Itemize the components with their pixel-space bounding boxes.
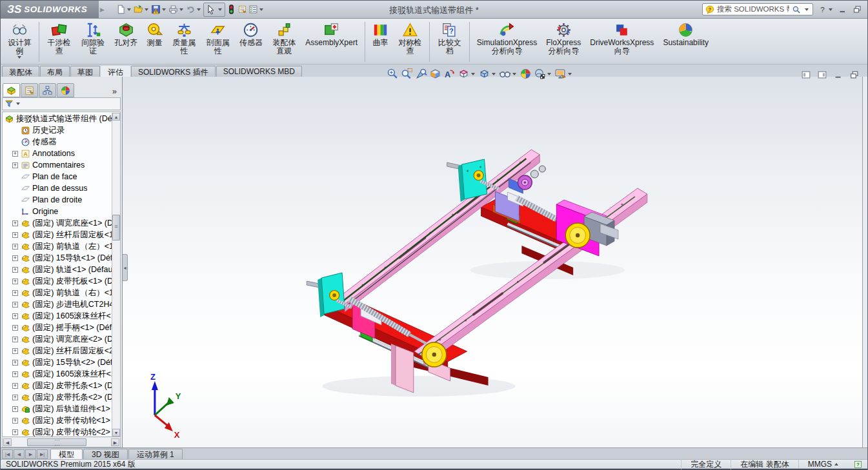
ribbon-button-floxpress[interactable]: FloXpress分析向导 (542, 20, 585, 61)
display-style-caret-icon[interactable] (492, 73, 496, 75)
ribbon-button-symmetry-check[interactable]: 对称检查 (394, 20, 426, 61)
expand-box-icon[interactable]: + (12, 348, 18, 354)
tree-item[interactable]: 历史记录 (3, 124, 112, 136)
pane-left-button[interactable] (801, 70, 811, 80)
window-restore-button[interactable] (853, 5, 862, 14)
graphics-viewport[interactable]: Z Y X (123, 77, 862, 447)
command-tab-1[interactable]: 装配体 (2, 66, 39, 77)
rebuild-button[interactable] (227, 5, 236, 14)
help-button[interactable]: ? (818, 5, 834, 14)
select-caret-icon[interactable] (218, 8, 222, 11)
task-pane-strip[interactable] (862, 77, 867, 447)
file-properties-button[interactable] (237, 5, 247, 14)
expand-box-icon[interactable]: + (12, 360, 18, 366)
tree-item[interactable]: +(固定) 后轨道组件<1> ( (3, 403, 112, 415)
display-style-button[interactable] (478, 68, 497, 80)
ribbon-button-design-study[interactable]: 设计算例 (3, 20, 35, 61)
view-settings-caret-icon[interactable] (568, 73, 572, 75)
panel-overflow-chevron[interactable]: » (112, 86, 120, 97)
edit-appearance-button[interactable] (520, 68, 532, 80)
zoom-to-selection-button[interactable] (415, 68, 427, 80)
expand-box-icon[interactable]: + (12, 325, 18, 331)
ribbon-button-sensor[interactable]: 传感器 (236, 20, 267, 61)
rotate-view-button[interactable]: A (443, 68, 456, 80)
tree-item[interactable]: +(固定) 摇手柄<1> (Défa (3, 322, 112, 333)
units-selector[interactable]: MMGS (798, 460, 847, 469)
save-button[interactable] (151, 5, 167, 14)
expand-box-icon[interactable]: + (12, 279, 18, 284)
doc-close-button[interactable] (865, 70, 868, 80)
window-minimize-button[interactable] (838, 5, 848, 14)
ribbon-button-simulationxpress[interactable]: SimulationXpress分析向导 (473, 20, 541, 61)
ribbon-button-hole-alignment[interactable]: 孔对齐 (110, 20, 141, 61)
scroll-left-arrow[interactable]: ◀ (3, 438, 12, 446)
undo-caret-icon[interactable] (197, 8, 201, 11)
expand-box-icon[interactable]: + (12, 220, 18, 226)
tree-item[interactable]: +(固定) 皮带托板<1> (Dé (3, 275, 112, 287)
ribbon-button-measure[interactable]: 测量 (143, 20, 167, 61)
expand-box-icon[interactable]: + (12, 302, 18, 308)
new-document-button[interactable] (116, 5, 132, 14)
nav-first-button[interactable]: |◀ (2, 449, 13, 459)
nav-prev-button[interactable]: ◀ (14, 449, 25, 459)
study-tab-2[interactable]: 3D 视图 (83, 449, 128, 459)
ribbon-button-caret-icon[interactable] (17, 56, 21, 59)
search-icon[interactable] (792, 5, 801, 14)
tree-item[interactable]: +(固定) 调宽底座<2> (Dé (3, 333, 112, 345)
zoom-to-area-button[interactable] (401, 68, 413, 80)
doc-minimize-button[interactable] (833, 70, 843, 80)
ribbon-button-assembly-visualization[interactable]: 装配体直观 (268, 20, 300, 61)
command-tab-4[interactable]: 评估 (101, 66, 130, 77)
tree-item[interactable]: +Commentaires (3, 159, 112, 171)
undo-button[interactable] (186, 5, 202, 14)
tree-item[interactable]: +(固定) 1605滚珠丝杆<2> (3, 368, 112, 380)
ribbon-button-interference-check[interactable]: 干涉检查 (43, 20, 75, 61)
tree-item[interactable]: Plan de dessus (3, 182, 112, 194)
scroll-down-arrow[interactable]: ▼ (112, 429, 120, 436)
command-tab-6[interactable]: SOLIDWORKS MBD (216, 66, 302, 77)
expand-box-icon[interactable]: + (12, 232, 18, 238)
command-tab-3[interactable]: 草图 (70, 66, 100, 77)
tree-item[interactable]: Origine (3, 206, 112, 217)
tree-item[interactable]: +(固定) 步进电机CT2H420 (3, 299, 112, 310)
pane-right-button[interactable] (817, 70, 827, 80)
doc-restore-button[interactable] (849, 70, 860, 80)
view-orientation-caret-icon[interactable] (471, 73, 475, 75)
tree-item[interactable]: +(固定) 丝杆后固定板<2> (3, 345, 112, 357)
ribbon-button-assemblyxpert[interactable]: AssemblyXpert (301, 20, 361, 61)
options-button[interactable] (248, 5, 265, 14)
study-tab-3[interactable]: 运动算例 1 (128, 449, 183, 459)
search-input[interactable]: 搜索 SOLIDWORKS 帮助 (717, 5, 789, 14)
command-tab-2[interactable]: 布局 (40, 66, 70, 77)
nav-next-button[interactable]: ▶ (25, 449, 36, 459)
open-button[interactable] (134, 5, 150, 14)
view-settings-button[interactable] (554, 68, 573, 80)
expand-box-icon[interactable]: + (12, 371, 18, 377)
panel-splitter-handle[interactable]: ◂ (123, 254, 128, 281)
tree-item[interactable]: +(固定) 丝杆后固定板<1> (3, 229, 112, 240)
tree-horizontal-scrollbar[interactable]: ◀ ▶ (2, 438, 121, 447)
open-caret-icon[interactable] (145, 8, 148, 11)
expand-box-icon[interactable]: + (12, 406, 18, 412)
tree-item[interactable]: +(固定) 15导轨<2> (Défa (3, 357, 112, 368)
print-button[interactable] (168, 5, 185, 14)
tree-item[interactable]: +(固定) 前轨道（左）<1> (3, 240, 112, 252)
expand-box-icon[interactable]: + (12, 429, 18, 435)
tree-item[interactable]: +(固定) 皮带托条<2> (Dé (3, 391, 112, 403)
menu-expand-arrow[interactable]: ▶ (100, 6, 105, 13)
print-caret-icon[interactable] (179, 8, 183, 11)
nav-last-button[interactable]: ▶| (37, 449, 48, 459)
search-caret-icon[interactable] (805, 8, 809, 11)
tree-item[interactable]: 传感器 (3, 136, 112, 148)
displaymanager-tab[interactable] (57, 83, 74, 97)
ribbon-button-driveworksxpress[interactable]: DriveWorksXpress向导 (586, 20, 658, 61)
configurationmanager-tab[interactable] (39, 83, 56, 97)
scrollbar-thumb[interactable] (112, 215, 120, 240)
tree-item[interactable]: +(固定) 15导轨<1> (Défa (3, 252, 112, 264)
tree-vertical-scrollbar[interactable]: ▲ ▼ (112, 113, 120, 436)
tree-item[interactable]: 接驳轨道式输送带组件 (Dé (3, 113, 112, 124)
save-caret-icon[interactable] (162, 8, 166, 11)
expand-box-icon[interactable]: + (12, 162, 18, 168)
expand-box-icon[interactable]: + (12, 151, 18, 157)
hide-show-items-button[interactable] (499, 68, 518, 80)
